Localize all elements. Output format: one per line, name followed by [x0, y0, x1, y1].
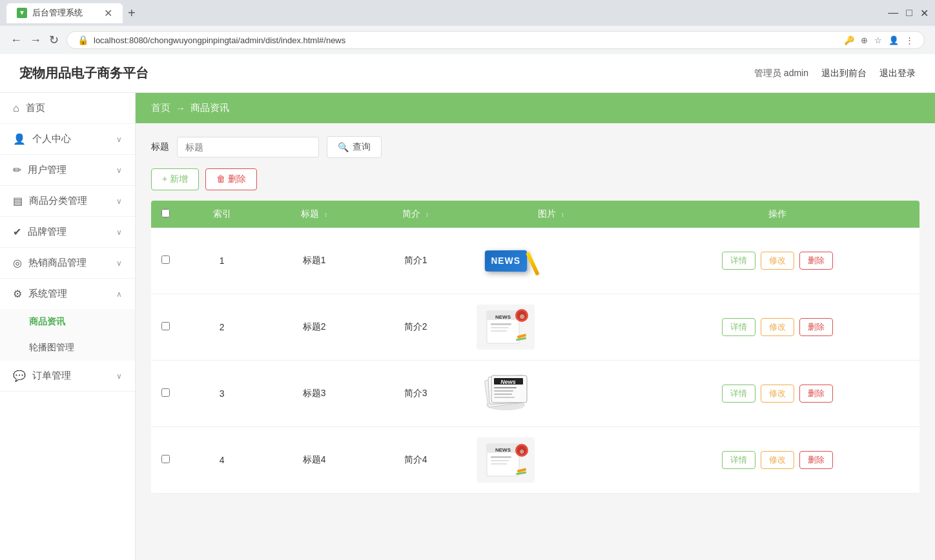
delete-btn[interactable]: 删除: [799, 252, 833, 270]
search-btn-label: 查询: [353, 141, 371, 153]
url-box[interactable]: 🔒 localhost:8080/chongwuyongpinpingtai/a…: [67, 31, 925, 49]
row-checkbox[interactable]: [161, 455, 170, 463]
address-bar: ← → ↻ 🔒 localhost:8080/chongwuyongpinpin…: [0, 26, 935, 54]
sidebar-sub-menu: 商品资讯 轮播图管理: [0, 309, 135, 361]
brand-mgmt-icon: ✔: [13, 226, 21, 238]
action-btns: 详情 修改 删除: [646, 252, 909, 270]
sidebar-item-brand-mgmt[interactable]: ✔ 品牌管理 ∨: [0, 217, 135, 248]
th-intro-label: 简介: [402, 208, 420, 219]
row-checkbox-cell: [151, 427, 180, 494]
edit-btn[interactable]: 修改: [761, 318, 794, 336]
detail-btn[interactable]: 详情: [722, 385, 755, 403]
svg-rect-19: [494, 394, 512, 395]
category-arrow-icon: ∨: [116, 197, 122, 206]
sidebar-item-home[interactable]: ⌂ 首页: [0, 93, 135, 124]
row-index: 3: [180, 361, 263, 427]
th-index: 索引: [180, 201, 263, 228]
bookmark-icon: ☆: [874, 35, 882, 45]
svg-rect-18: [494, 390, 513, 392]
delete-btn[interactable]: 删除: [799, 385, 833, 403]
sidebar-personal-label: 个人中心: [32, 133, 71, 145]
app-wrapper: 宠物用品电子商务平台 管理员 admin 退出到前台 退出登录 ⌂ 首页 👤 个…: [0, 54, 935, 560]
app-header: 宠物用品电子商务平台 管理员 admin 退出到前台 退出登录: [0, 54, 935, 93]
row-intro: 简介2: [365, 294, 466, 361]
delete-btn[interactable]: 删除: [799, 318, 833, 336]
maximize-btn[interactable]: □: [906, 7, 912, 19]
th-index-label: 索引: [213, 208, 231, 219]
logout-btn[interactable]: 退出登录: [879, 68, 916, 79]
sidebar-item-order-mgmt[interactable]: 💬 订单管理 ∨: [0, 361, 135, 392]
browser-chrome: ▼ 后台管理系统 ✕ + — □ ✕: [0, 0, 935, 26]
sidebar-item-banner[interactable]: 轮播图管理: [0, 335, 135, 361]
user-mgmt-icon: ✏: [13, 164, 21, 176]
th-title-label: 标题: [301, 208, 319, 219]
new-tab-btn[interactable]: +: [128, 6, 136, 21]
action-btns: 详情 修改 删除: [646, 318, 909, 336]
sidebar-item-user-mgmt[interactable]: ✏ 用户管理 ∨: [0, 155, 135, 186]
table-row: 4 标题4 简介4 NEWS ◎: [151, 427, 920, 494]
password-icon: 🔑: [844, 35, 854, 45]
row-image: NEWS ◎: [466, 294, 636, 361]
row-image: News: [466, 361, 636, 427]
order-arrow-icon: ∨: [116, 372, 122, 381]
search-btn[interactable]: 🔍 查询: [327, 136, 382, 158]
svg-text:◎: ◎: [519, 314, 524, 319]
back-to-front-btn[interactable]: 退出到前台: [821, 68, 867, 79]
table-row: 1 标题1 简介1 NEWS 详情 修改 删除: [151, 228, 920, 294]
personal-arrow-icon: ∨: [116, 135, 122, 144]
th-intro-sort-icon: ↕: [426, 211, 429, 218]
content-area: 首页 → 商品资讯 标题 🔍 查询 + 新增 🗑 删: [136, 93, 935, 560]
search-icon: 🔍: [338, 142, 349, 152]
detail-btn[interactable]: 详情: [722, 451, 755, 469]
sidebar-banner-label: 轮播图管理: [29, 342, 74, 352]
tab-title: 后台管理系统: [32, 7, 83, 19]
address-bar-icons: 🔑 ⊕ ☆ 👤 ⋮: [844, 35, 914, 45]
edit-btn[interactable]: 修改: [761, 451, 794, 469]
sidebar-item-news[interactable]: 商品资讯: [0, 309, 135, 335]
svg-rect-20: [494, 397, 515, 398]
browser-tab[interactable]: ▼ 后台管理系统 ✕: [6, 3, 123, 23]
sidebar-item-category-mgmt[interactable]: ▤ 商品分类管理 ∨: [0, 186, 135, 217]
row-checkbox[interactable]: [161, 255, 170, 264]
back-btn[interactable]: ←: [10, 34, 22, 47]
close-btn[interactable]: ✕: [920, 7, 929, 19]
sidebar-item-system-mgmt[interactable]: ⚙ 系统管理 ∧: [0, 279, 135, 309]
svg-rect-5: [491, 330, 507, 332]
sidebar-user-mgmt-label: 用户管理: [28, 164, 67, 176]
refresh-btn[interactable]: ↻: [49, 33, 59, 47]
detail-btn[interactable]: 详情: [722, 318, 755, 336]
tab-close-btn[interactable]: ✕: [104, 7, 112, 19]
select-all-checkbox[interactable]: [161, 209, 170, 217]
th-title-sort-icon: ↕: [324, 211, 327, 218]
action-btns: 详情 修改 删除: [646, 385, 909, 403]
user-mgmt-arrow-icon: ∨: [116, 166, 122, 175]
edit-btn[interactable]: 修改: [761, 385, 794, 403]
row-index: 4: [180, 427, 263, 494]
row-checkbox[interactable]: [161, 388, 170, 397]
row-checkbox[interactable]: [161, 322, 170, 330]
svg-rect-26: [491, 463, 507, 465]
sidebar-category-label: 商品分类管理: [29, 195, 87, 207]
svg-text:News: News: [500, 379, 516, 385]
minimize-btn[interactable]: —: [888, 7, 898, 19]
th-intro: 简介 ↕: [365, 201, 466, 228]
th-image-sort-icon: ↕: [561, 211, 564, 218]
svg-rect-25: [491, 460, 509, 461]
breadcrumb-home[interactable]: 首页: [151, 102, 170, 114]
th-actions-label: 操作: [768, 208, 786, 219]
menu-icon: ⋮: [905, 35, 914, 45]
delete-btn[interactable]: 删除: [799, 451, 833, 469]
forward-btn[interactable]: →: [30, 34, 41, 47]
add-btn[interactable]: + 新增: [151, 168, 199, 190]
svg-text:NEWS: NEWS: [495, 314, 511, 320]
sidebar-item-hot-mgmt[interactable]: ◎ 热销商品管理 ∨: [0, 248, 135, 279]
sidebar-item-personal[interactable]: 👤 个人中心 ∨: [0, 124, 135, 155]
edit-btn[interactable]: 修改: [761, 252, 794, 270]
row-index: 1: [180, 228, 263, 294]
table-row: 3 标题3 简介3 News 详情: [151, 361, 920, 427]
search-input[interactable]: [177, 137, 319, 157]
breadcrumb-separator: →: [176, 103, 185, 114]
page-content: 标题 🔍 查询 + 新增 🗑 删除: [136, 123, 935, 506]
bulk-delete-btn[interactable]: 🗑 删除: [205, 168, 257, 190]
detail-btn[interactable]: 详情: [722, 252, 755, 270]
